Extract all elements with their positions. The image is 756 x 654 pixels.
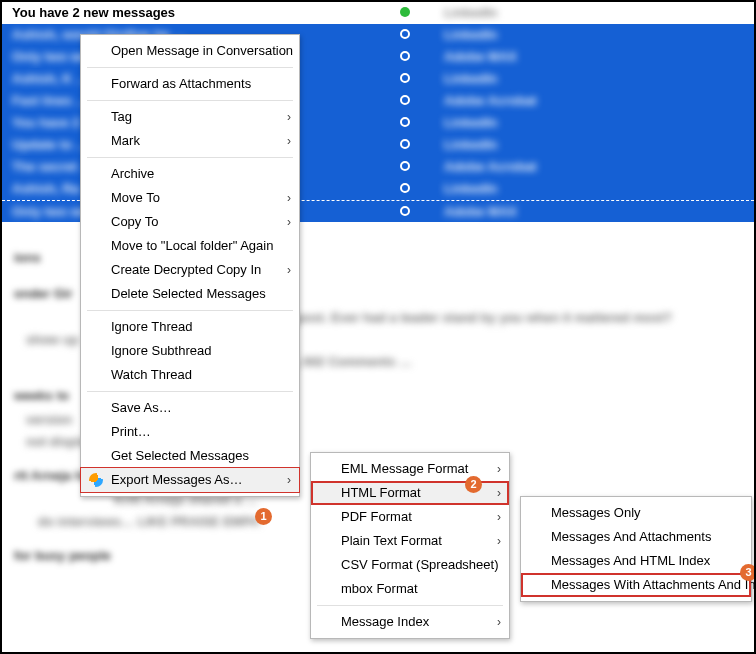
menu-delete-selected[interactable]: Delete Selected Messages (81, 282, 299, 306)
message-sender: Adobe Acrobat (444, 90, 537, 112)
status-dot-icon (400, 206, 410, 216)
menu-tag[interactable]: Tag› (81, 105, 299, 129)
menu-messages-and-html-index[interactable]: Messages And HTML Index (521, 549, 751, 573)
menu-export-messages-as[interactable]: Export Messages As…› (81, 468, 299, 492)
detail-line: 375, 602 Comments … (274, 354, 742, 370)
chevron-right-icon: › (497, 505, 501, 529)
status-dot-icon (400, 139, 410, 149)
menu-ignore-thread[interactable]: Ignore Thread (81, 315, 299, 339)
status-dot-icon (400, 7, 410, 17)
status-dot-icon (400, 117, 410, 127)
annotation-badge-3: 3 (740, 564, 756, 581)
menu-archive[interactable]: Archive (81, 162, 299, 186)
menu-get-selected[interactable]: Get Selected Messages (81, 444, 299, 468)
menu-ignore-subthread[interactable]: Ignore Subthread (81, 339, 299, 363)
chevron-right-icon: › (497, 457, 501, 481)
status-dot-icon (400, 161, 410, 171)
status-dot-icon (400, 183, 410, 193)
status-dot-icon (400, 51, 410, 61)
menu-plain-text-format[interactable]: Plain Text Format› (311, 529, 509, 553)
menu-move-again[interactable]: Move to "Local folder" Again (81, 234, 299, 258)
status-dot-icon (400, 95, 410, 105)
html-format-submenu: Messages Only Messages And Attachments M… (520, 496, 752, 602)
message-sender: LinkedIn (444, 112, 497, 134)
message-subject: You have 2 new messages (12, 2, 175, 24)
message-sender: Adobe MAX (444, 201, 517, 223)
menu-print[interactable]: Print… (81, 420, 299, 444)
menu-mbox-format[interactable]: mbox Format (311, 577, 509, 601)
chevron-right-icon: › (287, 258, 291, 282)
message-subject: Ashish, K … (12, 68, 89, 90)
chevron-right-icon: › (287, 186, 291, 210)
menu-messages-with-attachments-and-index[interactable]: Messages With Attachments And Index (521, 573, 751, 597)
menu-csv-format[interactable]: CSV Format (Spreadsheet) (311, 553, 509, 577)
menu-watch-thread[interactable]: Watch Thread (81, 363, 299, 387)
message-sender: LinkedIn (444, 134, 497, 156)
annotation-badge-2: 2 (465, 476, 482, 493)
detail-line: d a post. Ever had a leader stand by you… (274, 310, 742, 326)
menu-messages-only[interactable]: Messages Only (521, 501, 751, 525)
status-dot-icon (400, 73, 410, 83)
menu-copy-to[interactable]: Copy To› (81, 210, 299, 234)
message-subject: Update to … (12, 134, 89, 156)
message-sender: LinkedIn (444, 178, 497, 200)
chevron-right-icon: › (497, 529, 501, 553)
message-sender: Adobe MAX (444, 46, 517, 68)
chevron-right-icon: › (497, 610, 501, 634)
menu-pdf-format[interactable]: PDF Format› (311, 505, 509, 529)
menu-forward-as-attachments[interactable]: Forward as Attachments (81, 72, 299, 96)
status-dot-icon (400, 29, 410, 39)
annotation-badge-1: 1 (255, 508, 272, 525)
chevron-right-icon: › (287, 105, 291, 129)
menu-open-in-conversation[interactable]: Open Message in Conversation (81, 39, 299, 63)
message-row[interactable]: You have 2 new messagesLinkedIn (2, 2, 754, 24)
message-sender: LinkedIn (444, 68, 497, 90)
message-sender: LinkedIn (444, 2, 497, 24)
menu-message-index[interactable]: Message Index› (311, 610, 509, 634)
message-sender: LinkedIn (444, 24, 497, 46)
menu-create-decrypted[interactable]: Create Decrypted Copy In› (81, 258, 299, 282)
menu-save-as[interactable]: Save As… (81, 396, 299, 420)
menu-mark[interactable]: Mark› (81, 129, 299, 153)
menu-move-to[interactable]: Move To› (81, 186, 299, 210)
context-menu: Open Message in Conversation Forward as … (80, 34, 300, 497)
message-subject: Fast lines … (12, 90, 89, 112)
chevron-right-icon: › (497, 481, 501, 505)
message-sender: Adobe Acrobat (444, 156, 537, 178)
chevron-right-icon: › (287, 468, 291, 492)
chevron-right-icon: › (287, 210, 291, 234)
chevron-right-icon: › (287, 129, 291, 153)
menu-messages-and-attachments[interactable]: Messages And Attachments (521, 525, 751, 549)
